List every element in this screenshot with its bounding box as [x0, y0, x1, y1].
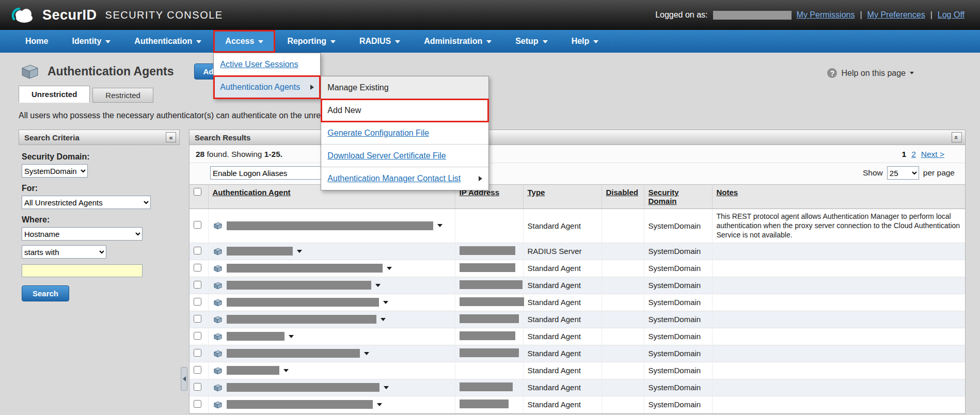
column-security-domain[interactable]: Security Domain — [649, 188, 679, 205]
notes-cell — [712, 328, 965, 345]
nav-identity[interactable]: Identity — [60, 30, 122, 53]
disabled-cell — [602, 328, 644, 345]
row-checkbox[interactable] — [194, 315, 201, 323]
redacted-ip-address — [460, 263, 515, 272]
row-checkbox-cell — [189, 260, 208, 277]
where-field-select[interactable]: Hostname — [22, 227, 143, 241]
agent-icon — [213, 221, 223, 230]
tab-unrestricted[interactable]: Unrestricted — [19, 86, 90, 103]
row-checkbox-cell — [189, 345, 208, 362]
table-row: Standard AgentSystemDomain — [189, 379, 965, 396]
nav-setup[interactable]: Setup — [503, 30, 559, 53]
agent-context-menu-arrow[interactable] — [383, 301, 388, 304]
submenu-item-generate-configuration-file[interactable]: Generate Configuration File — [321, 122, 488, 145]
redacted-agent-name — [227, 383, 380, 392]
page-number-2-link[interactable]: 2 — [911, 150, 916, 159]
column-disabled[interactable]: Disabled — [606, 188, 639, 197]
agent-context-menu-arrow[interactable] — [384, 386, 389, 389]
row-checkbox[interactable] — [194, 247, 201, 254]
row-checkbox[interactable] — [194, 366, 201, 374]
redacted-agent-name — [227, 400, 373, 409]
row-checkbox[interactable] — [194, 383, 201, 391]
security-domain-cell: SystemDomain — [644, 260, 712, 277]
nav-label: Authentication — [134, 37, 192, 46]
bulk-action-select[interactable]: Enable Logon Aliases — [210, 166, 334, 180]
ip-address-cell — [455, 379, 523, 396]
agent-context-menu-arrow[interactable] — [377, 403, 382, 406]
table-row: Standard AgentSystemDomain — [189, 277, 965, 294]
agent-context-menu-arrow[interactable] — [283, 369, 289, 372]
security-domain-select[interactable]: SystemDomain — [22, 164, 88, 178]
security-domain-cell: SystemDomain — [644, 294, 712, 311]
results-action-row: Enable Logon Aliases Show 25 per page — [189, 163, 965, 184]
row-checkbox-cell — [189, 362, 208, 379]
nav-administration[interactable]: Administration — [412, 30, 503, 53]
disabled-cell — [602, 277, 644, 294]
column-notes[interactable]: Notes — [717, 188, 738, 197]
collapse-results-button[interactable]: « — [952, 132, 962, 142]
submenu-item-manage-existing[interactable]: Manage Existing — [321, 76, 488, 99]
per-page-select[interactable]: 25 — [887, 166, 919, 180]
search-results-panel: Search Results « 28 found. Showing 1-25.… — [189, 130, 966, 414]
where-label: Where: — [22, 215, 175, 225]
where-operator-select[interactable]: starts with — [22, 245, 106, 259]
nav-authentication[interactable]: Authentication — [122, 30, 213, 53]
for-select[interactable]: All Unrestricted Agents — [22, 196, 151, 209]
chevron-down-icon — [593, 40, 598, 43]
table-row: Standard AgentSystemDomain — [189, 311, 965, 328]
submenu-item-add-new[interactable]: Add New — [321, 99, 488, 122]
help-on-this-page-link[interactable]: ? Help on this page — [827, 68, 914, 78]
row-checkbox[interactable] — [194, 221, 201, 229]
next-page-link[interactable]: Next > — [921, 150, 944, 159]
row-checkbox[interactable] — [194, 281, 201, 289]
ip-address-cell — [455, 345, 523, 362]
row-checkbox[interactable] — [194, 264, 201, 272]
tab-restricted[interactable]: Restricted — [92, 88, 153, 103]
notes-cell — [712, 379, 965, 396]
security-domain-cell: SystemDomain — [644, 396, 712, 413]
collapse-panel-button[interactable]: « — [166, 132, 176, 142]
nav-access[interactable]: Access Active User Sessions Authenticati… — [213, 30, 275, 53]
type-cell: Standard Agent — [523, 294, 602, 311]
redacted-ip-address — [460, 400, 509, 408]
nav-help[interactable]: Help — [560, 30, 611, 53]
my-permissions-link[interactable]: My Permissions — [797, 10, 855, 20]
menu-item-authentication-agents[interactable]: Authentication Agents — [214, 76, 320, 99]
agent-icon — [213, 315, 223, 324]
agent-context-menu-arrow[interactable] — [289, 335, 294, 338]
where-value-input[interactable] — [22, 264, 143, 277]
agent-context-menu-arrow[interactable] — [375, 284, 381, 287]
agent-name-cell — [208, 396, 455, 413]
submenu-item-download-server-certificate-file[interactable]: Download Server Certificate File — [321, 145, 488, 167]
agent-context-menu-arrow[interactable] — [437, 224, 442, 227]
agent-context-menu-arrow[interactable] — [387, 267, 392, 270]
row-checkbox[interactable] — [194, 400, 201, 408]
panel-splitter-handle[interactable] — [181, 367, 187, 391]
brand-suffix: SECURITY CONSOLE — [105, 9, 223, 21]
select-all-checkbox[interactable] — [194, 188, 201, 196]
nav-home[interactable]: Home — [13, 30, 60, 53]
type-cell: Standard Agent — [523, 260, 602, 277]
agent-context-menu-arrow[interactable] — [364, 352, 369, 355]
nav-reporting[interactable]: Reporting — [275, 30, 347, 53]
submenu-item-authentication-manager-contact-list[interactable]: Authentication Manager Contact List — [321, 167, 488, 190]
type-cell: Standard Agent — [523, 345, 602, 362]
column-authentication-agent[interactable]: Authentication Agent — [213, 188, 291, 197]
my-preferences-link[interactable]: My Preferences — [867, 10, 925, 20]
row-checkbox[interactable] — [194, 349, 201, 357]
ip-address-cell — [455, 362, 523, 379]
column-type[interactable]: Type — [528, 188, 545, 197]
row-checkbox[interactable] — [194, 332, 201, 340]
nav-label: Setup — [515, 37, 538, 46]
search-button[interactable]: Search — [22, 285, 69, 301]
agent-context-menu-arrow[interactable] — [381, 318, 386, 321]
chevron-down-icon — [543, 40, 548, 43]
menu-item-active-user-sessions[interactable]: Active User Sessions — [214, 53, 320, 76]
log-off-link[interactable]: Log Off — [938, 10, 965, 20]
found-range: 1-25. — [264, 150, 282, 158]
nav-radius[interactable]: RADIUS — [347, 30, 412, 53]
redacted-agent-name — [227, 247, 293, 256]
agent-name-cell — [208, 260, 455, 277]
agent-context-menu-arrow[interactable] — [297, 250, 302, 253]
row-checkbox[interactable] — [194, 298, 201, 306]
